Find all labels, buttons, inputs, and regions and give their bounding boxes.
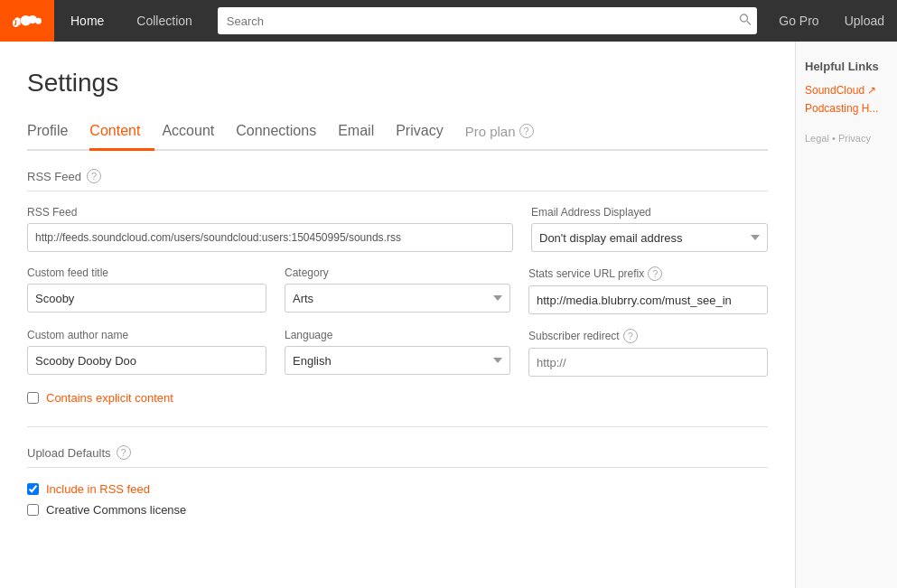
language-select[interactable]: English French German Spanish: [285, 346, 510, 375]
stats-input[interactable]: [528, 285, 768, 314]
sidebar-link-soundcloud[interactable]: SoundCloud ↗: [805, 84, 888, 97]
custom-feed-group: Custom feed title: [27, 266, 266, 313]
author-input[interactable]: [27, 346, 266, 375]
feed-category-row: Custom feed title Category Arts Business…: [27, 266, 768, 314]
tab-privacy[interactable]: Privacy: [396, 116, 457, 151]
include-rss-row: Include in RSS feed: [27, 482, 768, 496]
cc-license-checkbox[interactable]: [27, 504, 39, 516]
tab-email[interactable]: Email: [338, 116, 388, 151]
author-group: Custom author name: [27, 329, 266, 375]
rss-url-row: RSS Feed Email Address Displayed Don't d…: [27, 206, 768, 252]
subscriber-group: Subscriber redirect ?: [528, 329, 768, 377]
main-content: Settings Profile Content Account Connect…: [0, 42, 795, 588]
tab-account[interactable]: Account: [162, 116, 229, 151]
nav-collection[interactable]: Collection: [120, 0, 208, 42]
rss-section-title: RSS Feed: [27, 170, 81, 183]
search-input[interactable]: [218, 7, 757, 34]
category-label: Category: [285, 266, 510, 279]
cc-license-row: Creative Commons license: [27, 503, 768, 517]
top-navigation: Home Collection Go Pro Upload: [0, 0, 897, 42]
stats-help-icon[interactable]: ?: [648, 266, 662, 281]
upload-defaults-help-icon[interactable]: ?: [117, 445, 131, 460]
pro-plan-help-icon[interactable]: ?: [519, 124, 534, 138]
search-button[interactable]: [739, 14, 752, 29]
email-display-label: Email Address Displayed: [531, 206, 768, 219]
sidebar-legal: Legal • Privacy: [805, 133, 888, 144]
sidebar-title: Helpful Links: [805, 60, 888, 73]
tabs-bar: Profile Content Account Connections Emai…: [27, 116, 768, 151]
nav-right: Go Pro Upload: [766, 0, 897, 42]
email-display-group: Email Address Displayed Don't display em…: [531, 206, 768, 252]
upload-defaults-title: Upload Defaults: [27, 446, 111, 460]
svg-line-4: [747, 22, 751, 25]
author-language-row: Custom author name Language English Fren…: [27, 329, 768, 377]
upload-defaults-section-header: Upload Defaults ?: [27, 445, 768, 468]
explicit-checkbox[interactable]: [27, 392, 39, 404]
category-group: Category Arts Business Comedy: [285, 266, 510, 313]
stats-label: Stats service URL prefix ?: [528, 266, 768, 281]
rss-feed-group: RSS Feed: [27, 206, 513, 252]
privacy-link[interactable]: Privacy: [838, 133, 871, 144]
rss-feed-label: RSS Feed: [27, 206, 513, 219]
gopro-button[interactable]: Go Pro: [766, 0, 831, 42]
upload-button[interactable]: Upload: [832, 0, 897, 42]
svg-point-3: [741, 14, 748, 22]
sidebar: Helpful Links SoundCloud ↗ Podcasting H.…: [795, 42, 897, 588]
tab-content[interactable]: Content: [89, 116, 154, 151]
section-divider: [27, 426, 768, 427]
custom-feed-input[interactable]: [27, 284, 266, 313]
language-label: Language: [285, 329, 510, 341]
svg-point-2: [35, 18, 42, 24]
rss-section-header: RSS Feed ?: [27, 169, 768, 191]
stats-group: Stats service URL prefix ?: [528, 266, 768, 314]
subscriber-help-icon[interactable]: ?: [623, 329, 638, 343]
explicit-label[interactable]: Contains explicit content: [46, 391, 173, 405]
legal-link[interactable]: Legal: [805, 133, 829, 144]
rss-help-icon[interactable]: ?: [87, 169, 101, 183]
tab-pro-plan[interactable]: Pro plan ?: [465, 117, 548, 151]
include-rss-checkbox[interactable]: [27, 483, 39, 495]
subscriber-input[interactable]: [528, 348, 768, 377]
logo[interactable]: [0, 0, 54, 42]
explicit-row: Contains explicit content: [27, 391, 768, 405]
custom-feed-label: Custom feed title: [27, 266, 266, 279]
tab-profile[interactable]: Profile: [27, 116, 82, 151]
include-rss-label[interactable]: Include in RSS feed: [46, 482, 150, 496]
tab-connections[interactable]: Connections: [236, 116, 331, 151]
category-select[interactable]: Arts Business Comedy: [285, 284, 510, 313]
pro-plan-label: Pro plan: [465, 124, 516, 139]
page-title: Settings: [27, 69, 768, 98]
page-layout: Settings Profile Content Account Connect…: [0, 42, 897, 588]
sidebar-link-podcasting[interactable]: Podcasting H...: [805, 102, 888, 115]
rss-feed-input[interactable]: [27, 223, 513, 252]
author-label: Custom author name: [27, 329, 266, 341]
nav-home[interactable]: Home: [54, 0, 120, 42]
language-group: Language English French German Spanish: [285, 329, 510, 375]
search-wrapper: [218, 7, 757, 34]
email-display-select[interactable]: Don't display email address Display emai…: [531, 223, 768, 252]
cc-license-label[interactable]: Creative Commons license: [46, 503, 186, 517]
subscriber-label: Subscriber redirect ?: [528, 329, 768, 343]
